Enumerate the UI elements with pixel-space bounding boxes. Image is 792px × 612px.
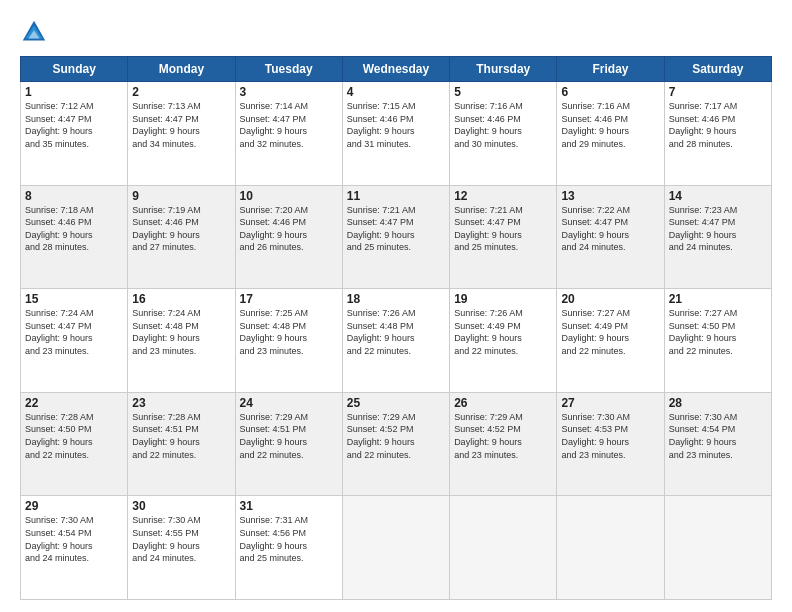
day-info: Sunrise: 7:18 AMSunset: 4:46 PMDaylight:…	[25, 204, 123, 254]
day-number: 2	[132, 85, 230, 99]
day-cell: 6Sunrise: 7:16 AMSunset: 4:46 PMDaylight…	[557, 82, 664, 186]
weekday-header-thursday: Thursday	[450, 57, 557, 82]
weekday-header-tuesday: Tuesday	[235, 57, 342, 82]
day-cell: 7Sunrise: 7:17 AMSunset: 4:46 PMDaylight…	[664, 82, 771, 186]
day-number: 4	[347, 85, 445, 99]
day-cell: 13Sunrise: 7:22 AMSunset: 4:47 PMDayligh…	[557, 185, 664, 289]
day-info: Sunrise: 7:19 AMSunset: 4:46 PMDaylight:…	[132, 204, 230, 254]
day-cell: 10Sunrise: 7:20 AMSunset: 4:46 PMDayligh…	[235, 185, 342, 289]
day-cell: 11Sunrise: 7:21 AMSunset: 4:47 PMDayligh…	[342, 185, 449, 289]
day-number: 14	[669, 189, 767, 203]
day-cell: 20Sunrise: 7:27 AMSunset: 4:49 PMDayligh…	[557, 289, 664, 393]
day-info: Sunrise: 7:29 AMSunset: 4:51 PMDaylight:…	[240, 411, 338, 461]
logo	[20, 18, 52, 46]
day-number: 28	[669, 396, 767, 410]
day-cell: 4Sunrise: 7:15 AMSunset: 4:46 PMDaylight…	[342, 82, 449, 186]
day-number: 8	[25, 189, 123, 203]
day-number: 5	[454, 85, 552, 99]
day-info: Sunrise: 7:27 AMSunset: 4:50 PMDaylight:…	[669, 307, 767, 357]
day-cell: 9Sunrise: 7:19 AMSunset: 4:46 PMDaylight…	[128, 185, 235, 289]
day-cell: 19Sunrise: 7:26 AMSunset: 4:49 PMDayligh…	[450, 289, 557, 393]
day-info: Sunrise: 7:26 AMSunset: 4:49 PMDaylight:…	[454, 307, 552, 357]
day-info: Sunrise: 7:31 AMSunset: 4:56 PMDaylight:…	[240, 514, 338, 564]
day-cell: 12Sunrise: 7:21 AMSunset: 4:47 PMDayligh…	[450, 185, 557, 289]
day-cell: 24Sunrise: 7:29 AMSunset: 4:51 PMDayligh…	[235, 392, 342, 496]
day-cell: 16Sunrise: 7:24 AMSunset: 4:48 PMDayligh…	[128, 289, 235, 393]
day-cell	[557, 496, 664, 600]
day-cell: 30Sunrise: 7:30 AMSunset: 4:55 PMDayligh…	[128, 496, 235, 600]
day-number: 19	[454, 292, 552, 306]
day-number: 27	[561, 396, 659, 410]
day-cell: 31Sunrise: 7:31 AMSunset: 4:56 PMDayligh…	[235, 496, 342, 600]
weekday-header-friday: Friday	[557, 57, 664, 82]
day-info: Sunrise: 7:17 AMSunset: 4:46 PMDaylight:…	[669, 100, 767, 150]
day-info: Sunrise: 7:16 AMSunset: 4:46 PMDaylight:…	[561, 100, 659, 150]
day-info: Sunrise: 7:26 AMSunset: 4:48 PMDaylight:…	[347, 307, 445, 357]
day-cell: 27Sunrise: 7:30 AMSunset: 4:53 PMDayligh…	[557, 392, 664, 496]
day-cell: 28Sunrise: 7:30 AMSunset: 4:54 PMDayligh…	[664, 392, 771, 496]
weekday-header-wednesday: Wednesday	[342, 57, 449, 82]
day-number: 29	[25, 499, 123, 513]
day-number: 31	[240, 499, 338, 513]
day-info: Sunrise: 7:25 AMSunset: 4:48 PMDaylight:…	[240, 307, 338, 357]
week-row-5: 29Sunrise: 7:30 AMSunset: 4:54 PMDayligh…	[21, 496, 772, 600]
day-cell: 29Sunrise: 7:30 AMSunset: 4:54 PMDayligh…	[21, 496, 128, 600]
day-cell: 8Sunrise: 7:18 AMSunset: 4:46 PMDaylight…	[21, 185, 128, 289]
day-number: 13	[561, 189, 659, 203]
day-cell	[450, 496, 557, 600]
logo-icon	[20, 18, 48, 46]
day-cell	[342, 496, 449, 600]
day-info: Sunrise: 7:28 AMSunset: 4:51 PMDaylight:…	[132, 411, 230, 461]
day-cell: 1Sunrise: 7:12 AMSunset: 4:47 PMDaylight…	[21, 82, 128, 186]
day-info: Sunrise: 7:30 AMSunset: 4:55 PMDaylight:…	[132, 514, 230, 564]
day-number: 22	[25, 396, 123, 410]
day-cell: 15Sunrise: 7:24 AMSunset: 4:47 PMDayligh…	[21, 289, 128, 393]
week-row-3: 15Sunrise: 7:24 AMSunset: 4:47 PMDayligh…	[21, 289, 772, 393]
day-info: Sunrise: 7:24 AMSunset: 4:47 PMDaylight:…	[25, 307, 123, 357]
day-number: 6	[561, 85, 659, 99]
day-info: Sunrise: 7:30 AMSunset: 4:54 PMDaylight:…	[25, 514, 123, 564]
weekday-header-sunday: Sunday	[21, 57, 128, 82]
day-cell: 26Sunrise: 7:29 AMSunset: 4:52 PMDayligh…	[450, 392, 557, 496]
day-number: 16	[132, 292, 230, 306]
day-info: Sunrise: 7:30 AMSunset: 4:53 PMDaylight:…	[561, 411, 659, 461]
day-info: Sunrise: 7:30 AMSunset: 4:54 PMDaylight:…	[669, 411, 767, 461]
day-info: Sunrise: 7:21 AMSunset: 4:47 PMDaylight:…	[454, 204, 552, 254]
day-info: Sunrise: 7:15 AMSunset: 4:46 PMDaylight:…	[347, 100, 445, 150]
day-info: Sunrise: 7:22 AMSunset: 4:47 PMDaylight:…	[561, 204, 659, 254]
weekday-header-saturday: Saturday	[664, 57, 771, 82]
day-cell: 23Sunrise: 7:28 AMSunset: 4:51 PMDayligh…	[128, 392, 235, 496]
day-info: Sunrise: 7:16 AMSunset: 4:46 PMDaylight:…	[454, 100, 552, 150]
weekday-header-row: SundayMondayTuesdayWednesdayThursdayFrid…	[21, 57, 772, 82]
day-number: 18	[347, 292, 445, 306]
day-info: Sunrise: 7:27 AMSunset: 4:49 PMDaylight:…	[561, 307, 659, 357]
day-number: 25	[347, 396, 445, 410]
weekday-header-monday: Monday	[128, 57, 235, 82]
day-number: 12	[454, 189, 552, 203]
day-number: 17	[240, 292, 338, 306]
header	[20, 18, 772, 46]
day-cell: 2Sunrise: 7:13 AMSunset: 4:47 PMDaylight…	[128, 82, 235, 186]
day-number: 10	[240, 189, 338, 203]
day-cell: 5Sunrise: 7:16 AMSunset: 4:46 PMDaylight…	[450, 82, 557, 186]
day-number: 3	[240, 85, 338, 99]
day-number: 30	[132, 499, 230, 513]
day-info: Sunrise: 7:14 AMSunset: 4:47 PMDaylight:…	[240, 100, 338, 150]
day-info: Sunrise: 7:12 AMSunset: 4:47 PMDaylight:…	[25, 100, 123, 150]
day-cell: 14Sunrise: 7:23 AMSunset: 4:47 PMDayligh…	[664, 185, 771, 289]
day-number: 23	[132, 396, 230, 410]
day-number: 7	[669, 85, 767, 99]
day-cell	[664, 496, 771, 600]
day-number: 20	[561, 292, 659, 306]
day-cell: 22Sunrise: 7:28 AMSunset: 4:50 PMDayligh…	[21, 392, 128, 496]
day-info: Sunrise: 7:20 AMSunset: 4:46 PMDaylight:…	[240, 204, 338, 254]
day-number: 24	[240, 396, 338, 410]
week-row-4: 22Sunrise: 7:28 AMSunset: 4:50 PMDayligh…	[21, 392, 772, 496]
day-info: Sunrise: 7:28 AMSunset: 4:50 PMDaylight:…	[25, 411, 123, 461]
calendar-table: SundayMondayTuesdayWednesdayThursdayFrid…	[20, 56, 772, 600]
day-cell: 18Sunrise: 7:26 AMSunset: 4:48 PMDayligh…	[342, 289, 449, 393]
day-info: Sunrise: 7:13 AMSunset: 4:47 PMDaylight:…	[132, 100, 230, 150]
page: SundayMondayTuesdayWednesdayThursdayFrid…	[0, 0, 792, 612]
day-cell: 17Sunrise: 7:25 AMSunset: 4:48 PMDayligh…	[235, 289, 342, 393]
week-row-2: 8Sunrise: 7:18 AMSunset: 4:46 PMDaylight…	[21, 185, 772, 289]
